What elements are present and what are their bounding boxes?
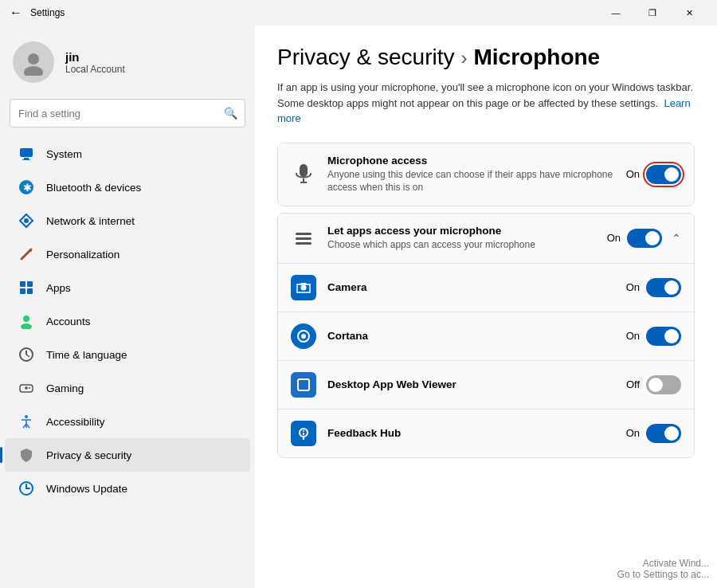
svg-rect-39: [298, 379, 309, 390]
desktop-app-toggle-label: Off: [626, 378, 640, 390]
page-description: If an app is using your microphone, you'…: [277, 80, 695, 127]
svg-point-23: [29, 387, 30, 389]
microphone-access-toggle-group: On: [626, 165, 681, 184]
accounts-icon: [18, 312, 35, 330]
apps-access-toggle-group: On ⌃: [607, 229, 681, 248]
sidebar-item-label: Apps: [46, 282, 71, 294]
sidebar-item-label: Bluetooth & devices: [46, 182, 141, 194]
title-bar: ← Settings — ❐ ✕: [0, 0, 717, 25]
sidebar-item-privacy[interactable]: Privacy & security: [5, 438, 250, 472]
svg-point-38: [301, 334, 306, 339]
app-title: Settings: [30, 7, 65, 18]
close-button[interactable]: ✕: [671, 0, 707, 25]
svg-rect-2: [20, 148, 33, 157]
desktop-app-toggle[interactable]: [646, 375, 681, 394]
svg-rect-13: [20, 288, 25, 294]
sidebar-item-windows-update[interactable]: Windows Update: [5, 472, 250, 505]
camera-text: Camera: [327, 281, 615, 293]
svg-point-16: [21, 323, 32, 329]
feedback-hub-title: Feedback Hub: [327, 427, 615, 439]
svg-point-42: [303, 430, 304, 432]
svg-rect-30: [300, 164, 308, 177]
svg-point-8: [24, 218, 29, 223]
camera-row: Camera On: [278, 263, 694, 312]
bluetooth-icon: ✱: [18, 178, 35, 196]
svg-point-15: [23, 316, 29, 322]
camera-toggle-group: On: [626, 278, 681, 297]
sidebar-item-label: Accounts: [46, 316, 91, 327]
page-title: Microphone: [474, 45, 601, 70]
sidebar-item-time[interactable]: Time & language: [5, 338, 250, 371]
toggle-knob: [645, 231, 660, 245]
apps-access-toggle[interactable]: [627, 229, 662, 248]
apps-icon: [18, 279, 35, 296]
feedback-hub-icon: [291, 421, 316, 446]
sidebar-item-label: Time & language: [46, 349, 127, 361]
feedback-hub-text: Feedback Hub: [327, 427, 615, 439]
sidebar-item-network[interactable]: Network & internet: [5, 204, 250, 237]
toggle-knob: [664, 329, 679, 343]
search-bar: 🔍: [10, 99, 245, 127]
apps-access-text: Let apps access your microphone Choose w…: [327, 225, 596, 252]
sidebar-item-accessibility[interactable]: Accessibility: [5, 405, 250, 438]
feedback-hub-toggle[interactable]: [646, 424, 681, 443]
sidebar-nav: System ✱ Bluetooth & devices Network & i…: [0, 137, 255, 505]
microphone-access-row: Microphone access Anyone using this devi…: [278, 143, 694, 206]
toggle-knob: [664, 167, 679, 182]
minimize-button[interactable]: —: [598, 0, 634, 25]
sidebar-item-label: System: [46, 148, 82, 160]
apps-access-title: Let apps access your microphone: [327, 225, 596, 237]
maximize-button[interactable]: ❐: [634, 0, 671, 25]
svg-rect-34: [296, 237, 311, 240]
camera-toggle-label: On: [626, 281, 640, 293]
feedback-hub-row: Feedback Hub On: [278, 409, 694, 457]
svg-rect-12: [27, 281, 33, 287]
sidebar: jin Local Account 🔍 System ✱ Bluetooth &…: [0, 25, 255, 588]
system-icon: [18, 145, 35, 163]
sidebar-item-gaming[interactable]: Gaming: [5, 371, 250, 405]
accessibility-icon: [18, 413, 35, 430]
microphone-access-desc: Anyone using this device can choose if t…: [327, 168, 615, 195]
page-header: Privacy & security › Microphone: [277, 45, 695, 70]
svg-point-24: [25, 415, 28, 418]
apps-access-row: Let apps access your microphone Choose w…: [278, 214, 694, 263]
search-input[interactable]: [10, 99, 245, 127]
microphone-access-toggle[interactable]: [646, 165, 681, 184]
camera-title: Camera: [327, 281, 615, 293]
svg-point-36: [301, 284, 307, 290]
user-name: jin: [65, 50, 125, 64]
cortana-toggle-label: On: [626, 330, 640, 342]
time-icon: [18, 346, 35, 363]
network-icon: [18, 212, 35, 229]
activate-windows-watermark: Activate Wind... Go to Settings to ac...: [617, 558, 709, 580]
back-icon[interactable]: ←: [10, 6, 22, 20]
svg-point-0: [28, 53, 39, 65]
sidebar-item-label: Windows Update: [46, 483, 127, 495]
sidebar-item-label: Privacy & security: [46, 449, 131, 461]
cortana-row: Cortana On: [278, 312, 694, 360]
svg-rect-14: [27, 288, 33, 294]
sidebar-item-bluetooth[interactable]: ✱ Bluetooth & devices: [5, 171, 250, 204]
cortana-toggle-group: On: [626, 327, 681, 346]
app-body: jin Local Account 🔍 System ✱ Bluetooth &…: [0, 25, 717, 588]
sidebar-item-apps[interactable]: Apps: [5, 271, 250, 304]
breadcrumb-separator: ›: [461, 47, 468, 69]
svg-rect-3: [24, 158, 29, 159]
user-profile[interactable]: jin Local Account: [0, 25, 255, 99]
content-area: Privacy & security › Microphone If an ap…: [255, 25, 717, 588]
sidebar-item-accounts[interactable]: Accounts: [5, 304, 250, 338]
sidebar-item-system[interactable]: System: [5, 137, 250, 171]
cortana-title: Cortana: [327, 330, 615, 342]
svg-rect-43: [303, 433, 304, 435]
apps-access-chevron[interactable]: ⌃: [672, 232, 681, 245]
microphone-access-toggle-label: On: [626, 168, 640, 180]
desktop-app-text: Desktop App Web Viewer: [327, 378, 615, 390]
title-bar-left: ← Settings: [10, 6, 65, 20]
feedback-hub-toggle-label: On: [626, 427, 640, 439]
toggle-knob: [664, 426, 679, 441]
svg-point-1: [24, 66, 43, 76]
toggle-knob: [648, 378, 663, 392]
cortana-toggle[interactable]: [646, 327, 681, 346]
camera-toggle[interactable]: [646, 278, 681, 297]
sidebar-item-personalization[interactable]: Personalization: [5, 237, 250, 271]
